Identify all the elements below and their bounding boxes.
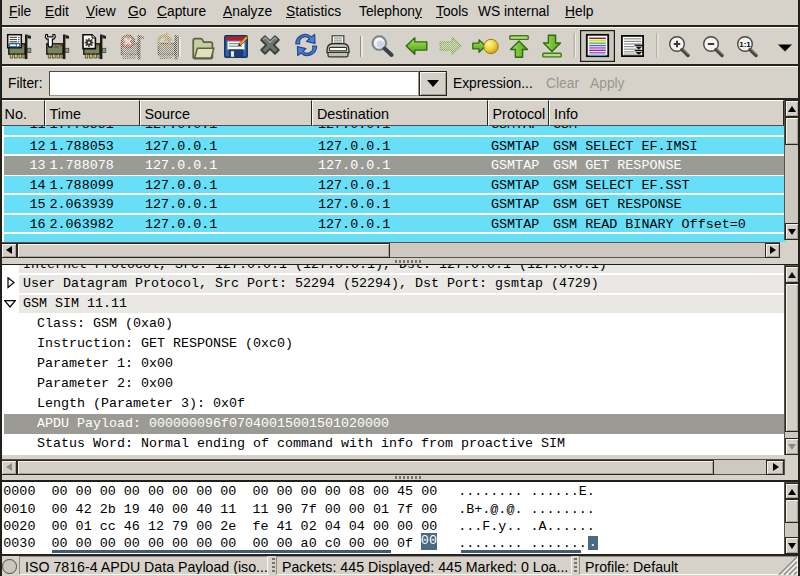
svg-text:1:1: 1:1 (739, 40, 751, 49)
